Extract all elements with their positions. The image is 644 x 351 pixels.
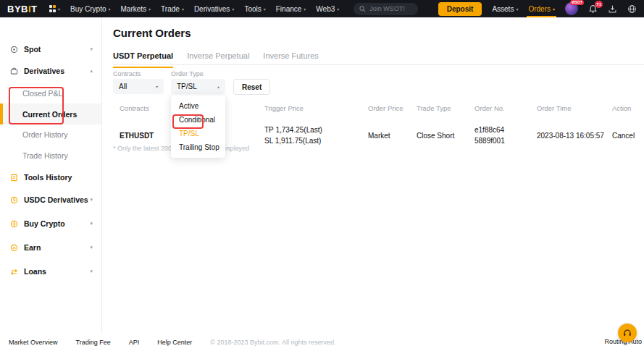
nav-buy-crypto[interactable]: Buy Crypto▾ <box>70 5 110 13</box>
top-header: BYBIT ▾ Buy Crypto▾ Markets▾ Trade▾ Deri… <box>0 0 644 17</box>
globe-icon <box>627 4 637 14</box>
search-placeholder: Join WSOT! <box>369 5 405 12</box>
col-header-action: Action <box>612 104 631 112</box>
footer-link-api[interactable]: API <box>129 339 140 346</box>
chevron-down-icon: ▾ <box>109 7 111 12</box>
tab-bar: USDT Perpetual Inverse Perpetual Inverse… <box>113 51 319 68</box>
dropdown-option-active[interactable]: Active <box>171 99 225 113</box>
row-contract: ETHUSDT <box>120 132 172 140</box>
logo-text: BYB <box>7 4 28 14</box>
sidebar-item-derivatives[interactable]: Derivatives ▴ <box>0 61 101 81</box>
logo-text-2: T <box>31 4 37 14</box>
order-type-filter-label: Order Type <box>171 70 204 77</box>
sidebar-item-current-orders[interactable]: Current Orders <box>0 103 101 124</box>
chevron-down-icon: ▾ <box>337 7 339 12</box>
chevron-down-icon: ▾ <box>232 7 234 12</box>
sidebar-item-buy-crypto[interactable]: Buy Crypto ▾ <box>0 213 101 234</box>
tab-inverse-perpetual[interactable]: Inverse Perpetual <box>187 51 249 68</box>
tab-inverse-futures[interactable]: Inverse Futures <box>263 51 318 68</box>
contracts-select[interactable]: All ▾ <box>113 79 164 94</box>
sidebar-item-trade-history[interactable]: Trade History <box>0 145 101 166</box>
dropdown-option-conditional[interactable]: Conditional <box>171 113 225 127</box>
support-chat-button[interactable] <box>618 323 637 342</box>
orders-menu[interactable]: Orders▾ <box>528 0 555 17</box>
col-header-order-no: Order No. <box>474 104 537 112</box>
user-avatar[interactable]: WSOT <box>565 2 578 15</box>
footer-link-market-overview[interactable]: Market Overview <box>9 339 58 346</box>
chevron-down-icon: ▾ <box>58 7 60 12</box>
row-trigger-sl: SL 1,911.75(Last) <box>264 135 368 146</box>
cancel-order-button[interactable]: Cancel <box>612 132 635 140</box>
chevron-down-icon: ▾ <box>90 197 93 203</box>
notification-count-badge: 71 <box>595 1 603 8</box>
col-header-order-price: Order Price <box>368 104 417 112</box>
footer-link-trading-fee[interactable]: Trading Fee <box>76 339 111 346</box>
nav-markets[interactable]: Markets▾ <box>121 5 151 13</box>
nav-finance[interactable]: Finance▾ <box>276 5 306 13</box>
col-header-trigger-price: Trigger Price <box>264 104 368 112</box>
chevron-down-icon: ▾ <box>90 268 93 274</box>
chevron-down-icon: ▾ <box>516 7 518 12</box>
sidebar-item-closed-pnl[interactable]: Closed P&L <box>0 83 101 103</box>
nav-derivatives[interactable]: Derivatives▾ <box>194 5 234 13</box>
sidebar: Spot ▾ Derivatives ▴ Closed P&L Current … <box>0 17 102 333</box>
download-app-button[interactable] <box>608 4 617 14</box>
tools-history-icon <box>10 174 18 182</box>
bybit-logo[interactable]: BYBIT <box>7 4 38 14</box>
search-icon <box>359 6 366 12</box>
apps-menu-button[interactable]: ▾ <box>48 5 61 12</box>
sidebar-item-earn[interactable]: Earn ▾ <box>0 237 101 258</box>
nav-tools[interactable]: Tools▾ <box>244 5 265 13</box>
chevron-up-icon: ▴ <box>217 84 219 89</box>
headset-icon <box>622 328 632 338</box>
sidebar-item-loans[interactable]: Loans ▾ <box>0 261 101 282</box>
sidebar-item-spot[interactable]: Spot ▾ <box>0 39 101 59</box>
row-order-price: Market <box>368 132 417 140</box>
sidebar-item-tools-history[interactable]: Tools History <box>0 167 101 187</box>
chevron-down-icon: ▾ <box>149 7 151 12</box>
sidebar-item-usdc-derivatives[interactable]: USDC Derivatives ▾ <box>0 190 101 210</box>
avatar-wsot-badge: WSOT <box>570 0 584 5</box>
row-trigger-tp: TP 1,734.25(Last) <box>264 124 368 135</box>
row-trigger-price: TP 1,734.25(Last) SL 1,911.75(Last) <box>264 124 368 146</box>
reset-button[interactable]: Reset <box>233 79 270 95</box>
tab-usdt-perpetual[interactable]: USDT Perpetual <box>113 51 173 68</box>
assets-menu[interactable]: Assets▾ <box>492 5 518 13</box>
chevron-up-icon: ▴ <box>90 68 93 74</box>
loans-icon <box>10 268 18 276</box>
active-indicator-bar <box>0 103 3 124</box>
chevron-down-icon: ▾ <box>156 84 158 89</box>
derivatives-icon <box>10 67 18 75</box>
footer-link-help-center[interactable]: Help Center <box>157 339 192 346</box>
notifications-button[interactable]: 71 <box>588 4 598 14</box>
order-type-select[interactable]: TP/SL ▴ <box>171 79 225 94</box>
chevron-down-icon: ▾ <box>304 7 306 12</box>
row-order-no: e1f88c64 5889f001 <box>474 124 537 146</box>
deposit-button[interactable]: Deposit <box>438 2 482 16</box>
dropdown-option-tpsl[interactable]: TP/SL <box>171 127 225 140</box>
buy-crypto-icon <box>10 220 18 228</box>
chevron-down-icon: ▾ <box>182 7 184 12</box>
page-title: Current Orders <box>113 27 191 39</box>
language-button[interactable] <box>627 4 637 14</box>
col-header-order-time: Order Time <box>537 104 612 112</box>
footer: Market Overview Trading Fee API Help Cen… <box>0 333 644 351</box>
col-header-trade-type: Trade Type <box>417 104 474 112</box>
nav-web3[interactable]: Web3▾ <box>316 5 339 13</box>
nav-trade[interactable]: Trade▾ <box>161 5 184 13</box>
download-icon <box>608 4 617 14</box>
copyright-text: © 2018-2023 Bybit.com. All rights reserv… <box>210 339 335 346</box>
chevron-down-icon: ▾ <box>264 7 266 12</box>
col-header-contracts: Contracts <box>120 104 172 112</box>
contracts-filter-label: Contracts <box>113 70 141 77</box>
search-input[interactable]: Join WSOT! <box>354 3 417 15</box>
sidebar-item-order-history[interactable]: Order History <box>0 124 101 145</box>
order-type-dropdown-menu: Active Conditional TP/SL Trailing Stop <box>171 96 225 158</box>
usdc-derivatives-icon <box>10 196 18 204</box>
spot-icon <box>10 46 18 54</box>
row-trade-type: Close Short <box>417 132 474 140</box>
dropdown-option-trailing-stop[interactable]: Trailing Stop <box>171 140 225 154</box>
orders-active-underline <box>527 16 556 17</box>
chevron-down-icon: ▾ <box>90 221 93 227</box>
tabs-divider <box>113 64 644 65</box>
